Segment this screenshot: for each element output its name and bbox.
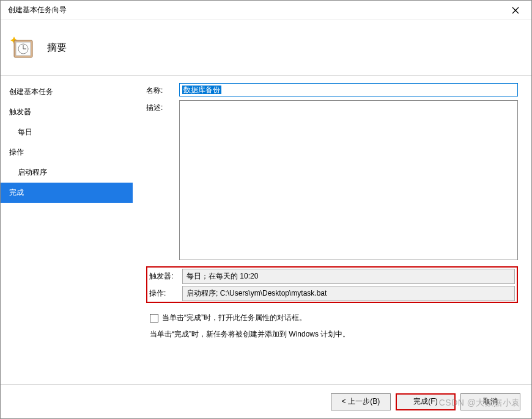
name-label: 名称: [146,83,179,96]
sidebar-item-finish[interactable]: 完成 [1,183,133,203]
content-area: 创建基本任务 触发器 每日 操作 启动程序 完成 名称: 数据库备份 描述: 触… [1,75,531,384]
open-properties-checkbox[interactable] [150,314,158,322]
wizard-footer: < 上一步(B) 完成(F) 取消 CSDN @大数据小袁 [1,384,531,418]
open-properties-label: 当单击“完成”时，打开此任务属性的对话框。 [162,313,306,323]
sidebar-item-action[interactable]: 操作 [1,142,133,162]
trigger-row: 触发器: 每日；在每天的 10:20 [149,269,515,284]
wizard-window: 创建基本任务向导 摘要 创建基本任务 触发器 每日 操作 [0,0,532,419]
sidebar-item-start-program[interactable]: 启动程序 [1,162,133,183]
trigger-value: 每日；在每天的 10:20 [182,269,515,284]
name-row: 名称: 数据库备份 [146,83,518,97]
name-input[interactable]: 数据库备份 [179,83,518,97]
wizard-hint: 当单击“完成”时，新任务将被创建并添加到 Windows 计划中。 [150,329,518,340]
action-label: 操作: [149,288,182,299]
desc-label: 描述: [146,100,179,113]
window-title: 创建基本任务向导 [8,5,67,15]
wizard-header: 摘要 [1,20,531,75]
wizard-sidebar: 创建基本任务 触发器 每日 操作 启动程序 完成 [1,76,133,384]
open-properties-row: 当单击“完成”时，打开此任务属性的对话框。 [150,313,518,323]
sidebar-item-daily[interactable]: 每日 [1,122,133,142]
cancel-button[interactable]: 取消 [460,393,520,410]
sidebar-item-create-task[interactable]: 创建基本任务 [1,82,133,102]
desc-input[interactable] [179,100,518,260]
close-icon [512,7,519,14]
back-button[interactable]: < 上一步(B) [331,393,391,410]
action-row: 操作: 启动程序; C:\Users\ym\Desktop\mytask.bat [149,286,515,301]
review-block: 触发器: 每日；在每天的 10:20 操作: 启动程序; C:\Users\ym… [146,266,518,303]
sidebar-item-trigger[interactable]: 触发器 [1,102,133,122]
finish-button[interactable]: 完成(F) [396,393,456,410]
wizard-icon [10,35,35,60]
name-value-selected: 数据库备份 [182,86,221,94]
action-value: 启动程序; C:\Users\ym\Desktop\mytask.bat [182,286,515,301]
titlebar: 创建基本任务向导 [1,1,531,20]
page-title: 摘要 [47,42,67,54]
close-button[interactable] [506,2,525,19]
desc-row: 描述: [146,100,518,260]
trigger-label: 触发器: [149,271,182,282]
main-panel: 名称: 数据库备份 描述: 触发器: 每日；在每天的 10:20 操作: 启动程… [133,76,531,384]
